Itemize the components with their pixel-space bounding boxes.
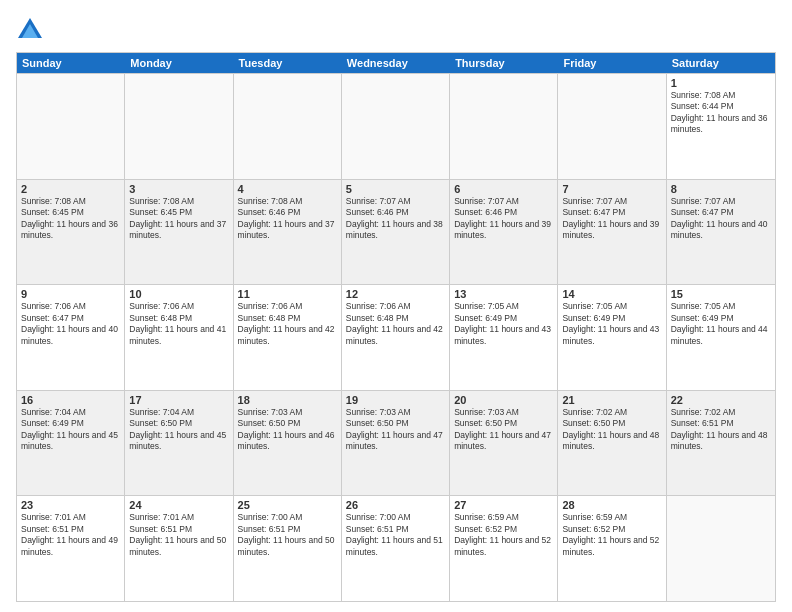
day-info: Sunrise: 7:02 AM Sunset: 6:50 PM Dayligh… (562, 407, 661, 453)
day-number: 17 (129, 394, 228, 406)
day-info: Sunrise: 7:01 AM Sunset: 6:51 PM Dayligh… (21, 512, 120, 558)
day-cell-19: 19Sunrise: 7:03 AM Sunset: 6:50 PM Dayli… (342, 391, 450, 496)
day-number: 22 (671, 394, 771, 406)
day-number: 3 (129, 183, 228, 195)
header-day-monday: Monday (125, 53, 233, 73)
day-cell-7: 7Sunrise: 7:07 AM Sunset: 6:47 PM Daylig… (558, 180, 666, 285)
day-number: 23 (21, 499, 120, 511)
day-cell-1: 1Sunrise: 7:08 AM Sunset: 6:44 PM Daylig… (667, 74, 775, 179)
day-cell-6: 6Sunrise: 7:07 AM Sunset: 6:46 PM Daylig… (450, 180, 558, 285)
day-info: Sunrise: 7:07 AM Sunset: 6:46 PM Dayligh… (346, 196, 445, 242)
day-cell-16: 16Sunrise: 7:04 AM Sunset: 6:49 PM Dayli… (17, 391, 125, 496)
day-info: Sunrise: 7:08 AM Sunset: 6:45 PM Dayligh… (21, 196, 120, 242)
day-cell-empty-4 (450, 74, 558, 179)
header-day-tuesday: Tuesday (234, 53, 342, 73)
day-info: Sunrise: 7:03 AM Sunset: 6:50 PM Dayligh… (454, 407, 553, 453)
day-cell-15: 15Sunrise: 7:05 AM Sunset: 6:49 PM Dayli… (667, 285, 775, 390)
day-info: Sunrise: 6:59 AM Sunset: 6:52 PM Dayligh… (454, 512, 553, 558)
day-number: 24 (129, 499, 228, 511)
calendar-body: 1Sunrise: 7:08 AM Sunset: 6:44 PM Daylig… (17, 73, 775, 601)
day-cell-5: 5Sunrise: 7:07 AM Sunset: 6:46 PM Daylig… (342, 180, 450, 285)
week-row-4: 16Sunrise: 7:04 AM Sunset: 6:49 PM Dayli… (17, 390, 775, 496)
day-info: Sunrise: 7:08 AM Sunset: 6:44 PM Dayligh… (671, 90, 771, 136)
day-cell-empty-3 (342, 74, 450, 179)
day-info: Sunrise: 7:06 AM Sunset: 6:48 PM Dayligh… (129, 301, 228, 347)
day-number: 26 (346, 499, 445, 511)
day-info: Sunrise: 7:00 AM Sunset: 6:51 PM Dayligh… (238, 512, 337, 558)
day-number: 19 (346, 394, 445, 406)
calendar-header: SundayMondayTuesdayWednesdayThursdayFrid… (17, 53, 775, 73)
day-cell-empty-1 (125, 74, 233, 179)
header-day-saturday: Saturday (667, 53, 775, 73)
day-number: 16 (21, 394, 120, 406)
day-cell-empty-6 (667, 496, 775, 601)
day-cell-24: 24Sunrise: 7:01 AM Sunset: 6:51 PM Dayli… (125, 496, 233, 601)
day-info: Sunrise: 7:05 AM Sunset: 6:49 PM Dayligh… (454, 301, 553, 347)
day-cell-8: 8Sunrise: 7:07 AM Sunset: 6:47 PM Daylig… (667, 180, 775, 285)
day-cell-20: 20Sunrise: 7:03 AM Sunset: 6:50 PM Dayli… (450, 391, 558, 496)
day-number: 8 (671, 183, 771, 195)
header (16, 16, 776, 44)
week-row-3: 9Sunrise: 7:06 AM Sunset: 6:47 PM Daylig… (17, 284, 775, 390)
day-cell-14: 14Sunrise: 7:05 AM Sunset: 6:49 PM Dayli… (558, 285, 666, 390)
day-info: Sunrise: 7:07 AM Sunset: 6:47 PM Dayligh… (671, 196, 771, 242)
day-number: 13 (454, 288, 553, 300)
day-info: Sunrise: 7:03 AM Sunset: 6:50 PM Dayligh… (346, 407, 445, 453)
day-cell-23: 23Sunrise: 7:01 AM Sunset: 6:51 PM Dayli… (17, 496, 125, 601)
header-day-wednesday: Wednesday (342, 53, 450, 73)
header-day-thursday: Thursday (450, 53, 558, 73)
day-cell-2: 2Sunrise: 7:08 AM Sunset: 6:45 PM Daylig… (17, 180, 125, 285)
day-info: Sunrise: 7:05 AM Sunset: 6:49 PM Dayligh… (671, 301, 771, 347)
day-info: Sunrise: 7:04 AM Sunset: 6:49 PM Dayligh… (21, 407, 120, 453)
day-info: Sunrise: 7:06 AM Sunset: 6:48 PM Dayligh… (238, 301, 337, 347)
day-info: Sunrise: 7:06 AM Sunset: 6:47 PM Dayligh… (21, 301, 120, 347)
day-cell-18: 18Sunrise: 7:03 AM Sunset: 6:50 PM Dayli… (234, 391, 342, 496)
day-info: Sunrise: 7:00 AM Sunset: 6:51 PM Dayligh… (346, 512, 445, 558)
day-info: Sunrise: 7:01 AM Sunset: 6:51 PM Dayligh… (129, 512, 228, 558)
day-cell-4: 4Sunrise: 7:08 AM Sunset: 6:46 PM Daylig… (234, 180, 342, 285)
day-info: Sunrise: 7:04 AM Sunset: 6:50 PM Dayligh… (129, 407, 228, 453)
day-cell-13: 13Sunrise: 7:05 AM Sunset: 6:49 PM Dayli… (450, 285, 558, 390)
week-row-2: 2Sunrise: 7:08 AM Sunset: 6:45 PM Daylig… (17, 179, 775, 285)
day-info: Sunrise: 7:06 AM Sunset: 6:48 PM Dayligh… (346, 301, 445, 347)
day-number: 11 (238, 288, 337, 300)
week-row-5: 23Sunrise: 7:01 AM Sunset: 6:51 PM Dayli… (17, 495, 775, 601)
day-cell-10: 10Sunrise: 7:06 AM Sunset: 6:48 PM Dayli… (125, 285, 233, 390)
day-number: 15 (671, 288, 771, 300)
day-info: Sunrise: 6:59 AM Sunset: 6:52 PM Dayligh… (562, 512, 661, 558)
day-info: Sunrise: 7:05 AM Sunset: 6:49 PM Dayligh… (562, 301, 661, 347)
day-cell-27: 27Sunrise: 6:59 AM Sunset: 6:52 PM Dayli… (450, 496, 558, 601)
day-cell-9: 9Sunrise: 7:06 AM Sunset: 6:47 PM Daylig… (17, 285, 125, 390)
calendar: SundayMondayTuesdayWednesdayThursdayFrid… (16, 52, 776, 602)
day-cell-11: 11Sunrise: 7:06 AM Sunset: 6:48 PM Dayli… (234, 285, 342, 390)
day-cell-28: 28Sunrise: 6:59 AM Sunset: 6:52 PM Dayli… (558, 496, 666, 601)
day-cell-3: 3Sunrise: 7:08 AM Sunset: 6:45 PM Daylig… (125, 180, 233, 285)
day-number: 1 (671, 77, 771, 89)
day-cell-12: 12Sunrise: 7:06 AM Sunset: 6:48 PM Dayli… (342, 285, 450, 390)
day-cell-17: 17Sunrise: 7:04 AM Sunset: 6:50 PM Dayli… (125, 391, 233, 496)
day-number: 9 (21, 288, 120, 300)
day-number: 20 (454, 394, 553, 406)
page: SundayMondayTuesdayWednesdayThursdayFrid… (0, 0, 792, 612)
day-number: 6 (454, 183, 553, 195)
day-cell-empty-2 (234, 74, 342, 179)
day-number: 2 (21, 183, 120, 195)
header-day-sunday: Sunday (17, 53, 125, 73)
day-cell-22: 22Sunrise: 7:02 AM Sunset: 6:51 PM Dayli… (667, 391, 775, 496)
day-info: Sunrise: 7:03 AM Sunset: 6:50 PM Dayligh… (238, 407, 337, 453)
day-info: Sunrise: 7:02 AM Sunset: 6:51 PM Dayligh… (671, 407, 771, 453)
day-cell-26: 26Sunrise: 7:00 AM Sunset: 6:51 PM Dayli… (342, 496, 450, 601)
logo-icon (16, 16, 44, 44)
day-number: 18 (238, 394, 337, 406)
day-info: Sunrise: 7:07 AM Sunset: 6:47 PM Dayligh… (562, 196, 661, 242)
day-number: 10 (129, 288, 228, 300)
day-cell-21: 21Sunrise: 7:02 AM Sunset: 6:50 PM Dayli… (558, 391, 666, 496)
day-info: Sunrise: 7:08 AM Sunset: 6:45 PM Dayligh… (129, 196, 228, 242)
day-number: 14 (562, 288, 661, 300)
logo (16, 16, 48, 44)
day-number: 28 (562, 499, 661, 511)
day-number: 4 (238, 183, 337, 195)
day-number: 7 (562, 183, 661, 195)
day-number: 12 (346, 288, 445, 300)
day-cell-25: 25Sunrise: 7:00 AM Sunset: 6:51 PM Dayli… (234, 496, 342, 601)
